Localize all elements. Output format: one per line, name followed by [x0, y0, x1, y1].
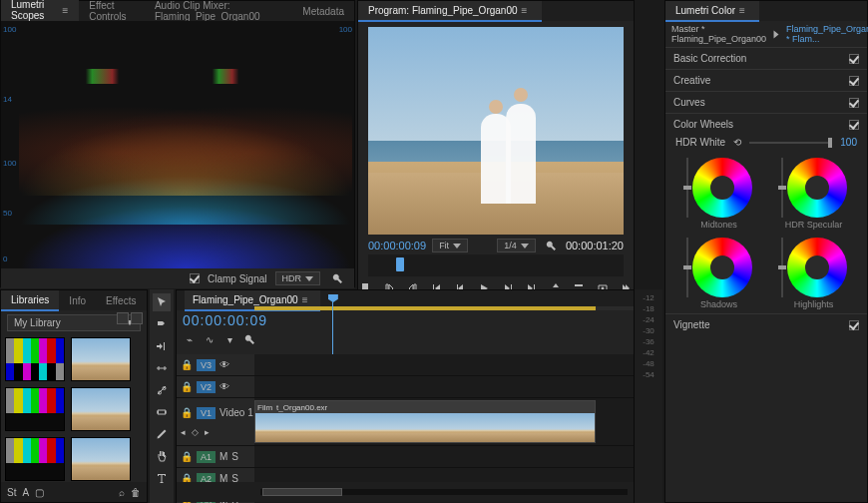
- lock-icon[interactable]: 🔒: [181, 451, 193, 462]
- timecode-in[interactable]: 00:00:00:09: [368, 240, 426, 252]
- eye-icon[interactable]: 👁: [219, 359, 229, 370]
- razor-tool[interactable]: [153, 381, 171, 399]
- luma-slider[interactable]: [686, 238, 688, 297]
- program-mini-timeline[interactable]: [368, 254, 624, 276]
- list-view-icon[interactable]: [131, 312, 143, 324]
- timecode-out[interactable]: 00:00:01:20: [566, 240, 624, 252]
- video-clip[interactable]: Filmt_Organ00.exr: [254, 400, 596, 443]
- grid-view-icon[interactable]: [117, 312, 129, 324]
- fx-badge[interactable]: Film: [257, 403, 272, 412]
- solo-button[interactable]: S: [231, 451, 238, 462]
- slider-handle[interactable]: [778, 265, 786, 269]
- settings-icon[interactable]: [242, 332, 256, 346]
- section-toggle-checkbox[interactable]: [849, 320, 859, 330]
- asset-thumbnail[interactable]: [5, 337, 65, 381]
- snap-icon[interactable]: ⌁: [183, 332, 197, 346]
- tab-lumetri-color[interactable]: Lumetri Color ≡: [665, 1, 759, 22]
- track-lane[interactable]: [254, 376, 634, 397]
- tab-info[interactable]: Info: [59, 291, 96, 310]
- slider-handle[interactable]: [683, 265, 691, 269]
- section-toggle-checkbox[interactable]: [849, 98, 859, 108]
- track-lane[interactable]: [254, 446, 634, 467]
- tab-effects[interactable]: Effects: [96, 291, 146, 310]
- lock-icon[interactable]: 🔒: [181, 381, 193, 392]
- marker-icon[interactable]: ▾: [222, 332, 236, 346]
- track-lane[interactable]: [254, 354, 634, 375]
- keyframe-prev-icon[interactable]: ◂: [181, 427, 186, 437]
- asset-thumbnail[interactable]: [71, 387, 131, 431]
- track-lane[interactable]: Filmt_Organ00.exr: [254, 398, 634, 445]
- keyframe-next-icon[interactable]: ▸: [205, 427, 210, 437]
- trash-icon[interactable]: 🗑: [131, 487, 141, 498]
- crumb-clip[interactable]: Flaming_Pipe_Organ00 * Flam...: [786, 24, 868, 44]
- new-bin-icon[interactable]: ▢: [35, 487, 44, 498]
- tab-program[interactable]: Program: Flaming_Pipe_Organ00 ≡: [358, 1, 542, 22]
- playhead-marker[interactable]: [396, 257, 404, 271]
- eye-icon[interactable]: 👁: [219, 381, 229, 392]
- zoom-handle[interactable]: [262, 488, 342, 496]
- section-basic-correction[interactable]: Basic Correction: [665, 47, 867, 69]
- slider-handle[interactable]: [778, 186, 786, 190]
- section-vignette[interactable]: Vignette: [665, 313, 867, 335]
- section-creative[interactable]: Creative: [665, 69, 867, 91]
- panel-menu-icon[interactable]: ≡: [739, 5, 749, 15]
- asset-thumbnail[interactable]: [71, 337, 131, 381]
- rate-stretch-tool[interactable]: [153, 359, 171, 377]
- slider-handle[interactable]: [683, 186, 691, 190]
- track-header[interactable]: 🔒V1Video 1 ◂◇▸: [177, 398, 254, 445]
- panel-menu-icon[interactable]: ≡: [62, 5, 69, 15]
- panel-menu-icon[interactable]: ≡: [522, 5, 532, 15]
- timeline-timecode[interactable]: 00:00:00:09: [183, 312, 628, 328]
- luma-slider[interactable]: [781, 238, 783, 297]
- panel-menu-icon[interactable]: ≡: [302, 294, 312, 304]
- type-tool[interactable]: [153, 469, 171, 487]
- track-header[interactable]: 🔒V3👁: [177, 354, 254, 375]
- asset-thumbnail[interactable]: [5, 437, 65, 481]
- resolution-dropdown[interactable]: 1/4: [497, 239, 536, 252]
- mute-button[interactable]: M: [219, 451, 227, 462]
- section-toggle-checkbox[interactable]: [849, 54, 859, 64]
- slip-tool[interactable]: [153, 403, 171, 421]
- track-tag[interactable]: V2: [197, 381, 216, 393]
- work-area[interactable]: [254, 306, 634, 310]
- program-video-view[interactable]: [368, 27, 624, 235]
- keyframe-add-icon[interactable]: ◇: [192, 427, 199, 437]
- scope-mode-dropdown[interactable]: HDR: [275, 271, 321, 285]
- tab-libraries[interactable]: Libraries: [1, 290, 59, 311]
- link-icon[interactable]: ∿: [203, 332, 217, 346]
- wrench-icon[interactable]: [328, 269, 346, 287]
- zoom-scrollbar[interactable]: [260, 489, 628, 495]
- track-tag[interactable]: V3: [197, 359, 216, 371]
- clamp-signal-checkbox[interactable]: [190, 273, 200, 283]
- track-tag[interactable]: V1: [197, 407, 216, 419]
- text-icon[interactable]: A: [22, 487, 29, 498]
- luma-slider[interactable]: [781, 158, 783, 218]
- hdr-white-slider[interactable]: [749, 142, 832, 144]
- wrench-icon[interactable]: [542, 237, 560, 254]
- luma-slider[interactable]: [686, 158, 688, 218]
- search-icon[interactable]: ⌕: [119, 487, 125, 498]
- section-toggle-checkbox[interactable]: [849, 76, 859, 86]
- hand-tool[interactable]: [153, 447, 171, 465]
- section-curves[interactable]: Curves: [665, 91, 867, 113]
- track-header[interactable]: 🔒V2👁: [177, 376, 254, 397]
- ripple-edit-tool[interactable]: [153, 337, 171, 355]
- lock-icon[interactable]: 🔒: [181, 407, 193, 418]
- stock-icon[interactable]: St: [7, 487, 16, 498]
- asset-thumbnail[interactable]: [5, 387, 65, 431]
- zoom-dropdown[interactable]: Fit: [432, 239, 468, 252]
- crumb-master[interactable]: Master * Flaming_Pipe_Organ00: [671, 24, 766, 44]
- section-toggle-checkbox[interactable]: [849, 120, 859, 130]
- track-header[interactable]: 🔒A1MS: [177, 446, 254, 467]
- track-tag[interactable]: A1: [197, 451, 216, 463]
- selection-tool[interactable]: [153, 293, 171, 311]
- color-wheel[interactable]: [787, 238, 847, 297]
- pen-tool[interactable]: [153, 425, 171, 443]
- asset-thumbnail[interactable]: [71, 437, 131, 481]
- section-color-wheels[interactable]: Color Wheels: [665, 113, 867, 135]
- color-wheel[interactable]: [787, 158, 847, 218]
- track-select-tool[interactable]: [153, 315, 171, 333]
- tab-metadata[interactable]: Metadata: [292, 2, 354, 21]
- hdr-value[interactable]: 100: [840, 137, 857, 148]
- slider-handle[interactable]: [828, 138, 832, 148]
